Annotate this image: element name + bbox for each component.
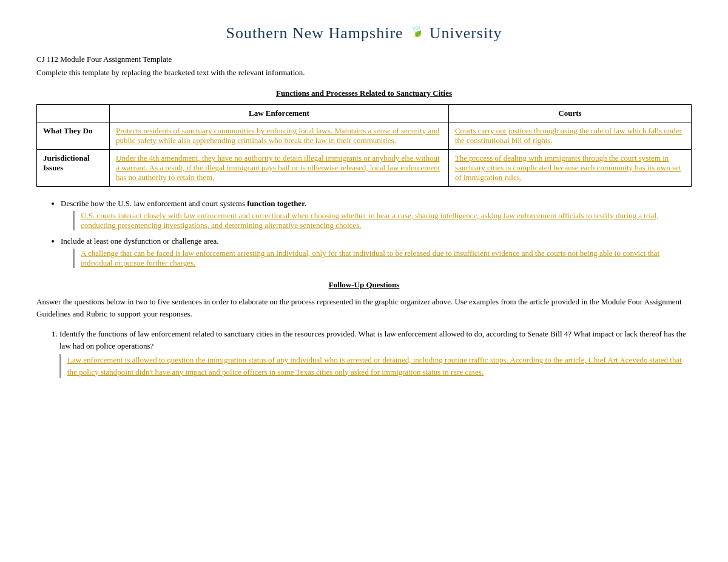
- bullet-item-2: Include at least one dysfunction or chal…: [61, 236, 692, 268]
- instructions-text: Complete this template by replacing the …: [36, 68, 692, 78]
- page-header: Southern New Hampshire 🍃 University: [36, 24, 692, 42]
- follow-up-title: Follow-Up Questions: [36, 280, 692, 290]
- main-table: Law Enforcement Courts What They Do Prot…: [36, 104, 692, 187]
- bullet1-answer-block: U.S. courts interact closely with law en…: [73, 211, 692, 230]
- row1-col2: Courts carry out justices through using …: [448, 122, 691, 150]
- row1-header: What They Do: [37, 122, 110, 150]
- bullet2-answer-block: A challenge that can be faced is law enf…: [73, 249, 692, 268]
- col-header-courts: Courts: [448, 105, 691, 122]
- row2-col1: Under the 4th amendment, they have no au…: [110, 150, 449, 187]
- row2-header: Jurisdictional Issues: [37, 150, 110, 187]
- row2-col2: The process of dealing with immigrants t…: [448, 150, 691, 187]
- table-row-jurisdictional: Jurisdictional Issues Under the 4th amen…: [37, 150, 692, 187]
- course-title: CJ 112 Module Four Assignment Template: [36, 55, 692, 64]
- table-row-what-they-do: What They Do Protects residents of sanct…: [37, 122, 692, 150]
- table-section-title: Functions and Processes Related to Sanct…: [36, 89, 692, 98]
- leaf-icon: 🍃: [407, 21, 427, 39]
- col-header-law-enforcement: Law Enforcement: [110, 105, 449, 122]
- follow-up-instructions: Answer the questions below in two to fiv…: [36, 296, 692, 319]
- numbered-questions: Identify the functions of law enforcemen…: [36, 328, 692, 378]
- row1-col1: Protects residents of sanctuary communit…: [110, 122, 449, 150]
- bullet-item-1: Describe how the U.S. law enforcement an…: [61, 199, 692, 230]
- university-logo: Southern New Hampshire 🍃 University: [226, 24, 502, 42]
- q1-answer-block: Law enforcement is allowed to question t…: [59, 354, 692, 378]
- bullet-section: Describe how the U.S. law enforcement an…: [36, 199, 692, 268]
- question-1: Identify the functions of law enforcemen…: [59, 328, 692, 378]
